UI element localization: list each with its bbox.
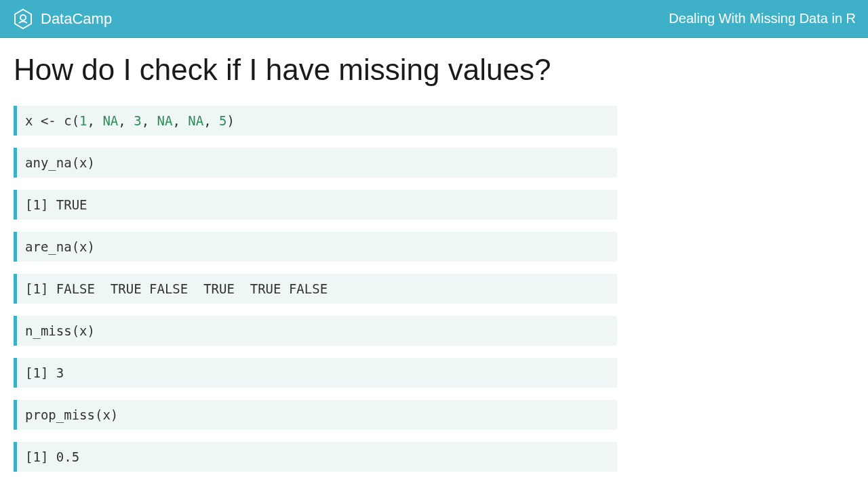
code-block: n_miss(x) [14, 316, 617, 346]
output-block: [1] 3 [14, 358, 617, 388]
svg-point-0 [20, 15, 26, 20]
course-title: Dealing With Missing Data in R [669, 11, 856, 26]
code-blocks-container: x <- c(1, NA, 3, NA, NA, 5)any_na(x)[1] … [14, 106, 854, 472]
brand: DataCamp [12, 8, 112, 30]
code-block: x <- c(1, NA, 3, NA, NA, 5) [14, 106, 617, 136]
code-block: are_na(x) [14, 232, 617, 262]
output-block: [1] TRUE [14, 190, 617, 220]
brand-text: DataCamp [41, 10, 112, 28]
output-block: [1] 0.5 [14, 442, 617, 472]
code-block: prop_miss(x) [14, 400, 617, 430]
slide-content: How do I check if I have missing values?… [0, 38, 868, 472]
header-bar: DataCamp Dealing With Missing Data in R [0, 0, 868, 38]
code-block: any_na(x) [14, 148, 617, 178]
output-block: [1] FALSE TRUE FALSE TRUE TRUE FALSE [14, 274, 617, 304]
datacamp-logo-icon [12, 8, 34, 30]
slide-title: How do I check if I have missing values? [14, 53, 854, 87]
